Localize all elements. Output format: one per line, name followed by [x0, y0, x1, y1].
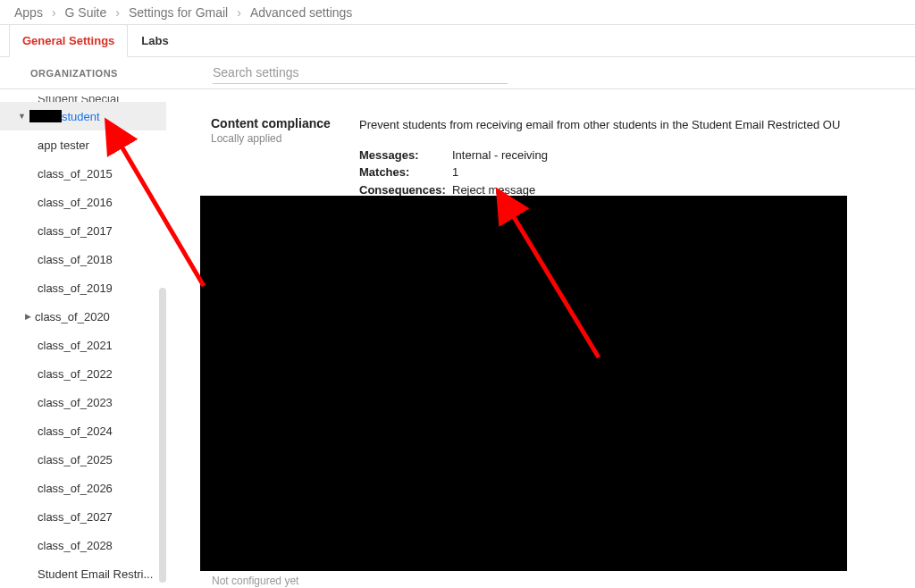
org-label: class_of_2016 [38, 196, 113, 209]
tab-labs[interactable]: Labs [128, 24, 181, 57]
organizations-header: ORGANIZATIONS [0, 68, 211, 79]
org-item[interactable]: class_of_2022 [0, 359, 166, 388]
org-item[interactable]: class_of_2018 [0, 245, 166, 273]
caret-down-icon[interactable] [18, 112, 26, 121]
breadcrumb-item[interactable]: Advanced settings [250, 5, 352, 20]
kv-value: Internal - receiving [452, 147, 548, 164]
chevron-right-icon: › [52, 5, 56, 20]
org-item[interactable]: class_of_2020 [0, 302, 166, 331]
org-item[interactable]: class_of_2017 [0, 216, 166, 245]
org-item[interactable]: class_of_2028 [0, 531, 166, 559]
breadcrumb-item[interactable]: Settings for Gmail [129, 5, 228, 20]
org-item[interactable]: class_of_2015 [0, 159, 166, 188]
org-label: class_of_2019 [38, 281, 113, 295]
chevron-right-icon: › [237, 5, 241, 20]
setting-kv: Matches: 1 [359, 164, 915, 181]
org-label: class_of_2027 [38, 510, 113, 524]
breadcrumb-item[interactable]: G Suite [65, 5, 107, 20]
org-item[interactable]: class_of_2024 [0, 416, 166, 445]
org-label: class_of_2026 [38, 482, 113, 495]
setting-body: Prevent students from receiving email fr… [359, 116, 915, 198]
setting-kv: Messages: Internal - receiving [359, 147, 915, 164]
tab-bar: General Settings Labs [0, 25, 915, 57]
kv-value: 1 [452, 164, 458, 181]
search-input[interactable] [213, 62, 508, 84]
org-item[interactable]: Student Special [0, 89, 166, 102]
caret-right-icon[interactable] [25, 312, 31, 321]
org-label: class_of_2024 [38, 424, 113, 438]
org-label: class_of_2015 [38, 167, 113, 181]
tab-general-settings[interactable]: General Settings [9, 24, 128, 57]
not-configured-text: Not configured yet [212, 575, 298, 587]
breadcrumb: Apps › G Suite › Settings for Gmail › Ad… [0, 0, 915, 25]
org-item[interactable]: class_of_2027 [0, 502, 166, 531]
redacted-area [200, 196, 847, 571]
org-item[interactable]: Student Email Restri... [0, 559, 166, 588]
kv-key: Messages: [359, 147, 452, 164]
org-label: app tester [38, 139, 89, 152]
kv-key: Matches: [359, 164, 452, 181]
org-label: Student Special [38, 97, 119, 102]
search-wrap [211, 62, 915, 84]
subheader: ORGANIZATIONS [0, 57, 915, 89]
setting-description: Prevent students from receiving email fr… [359, 116, 915, 134]
setting-label: Content compliance Locally applied [211, 116, 359, 198]
org-item-selected[interactable]: student [0, 102, 166, 130]
org-item[interactable]: class_of_2021 [0, 331, 166, 359]
org-item[interactable]: class_of_2016 [0, 188, 166, 216]
org-item[interactable]: class_of_2023 [0, 388, 166, 416]
chevron-right-icon: › [115, 5, 120, 20]
org-item[interactable]: class_of_2025 [0, 445, 166, 474]
org-item[interactable]: class_of_2026 [0, 474, 166, 502]
org-label: class_of_2022 [38, 367, 113, 381]
org-label: class_of_2017 [38, 224, 113, 238]
scrollbar[interactable] [159, 288, 166, 583]
org-label: class_of_2023 [38, 396, 113, 409]
setting-subtitle: Locally applied [211, 132, 359, 145]
org-item[interactable]: app tester [0, 130, 166, 159]
setting-row-content-compliance: Content compliance Locally applied Preve… [211, 116, 915, 198]
breadcrumb-item[interactable]: Apps [14, 5, 43, 20]
redacted-block [29, 110, 62, 122]
org-label: class_of_2020 [35, 310, 110, 323]
org-label: student [62, 110, 100, 123]
org-label: Student Email Restri... [38, 567, 153, 581]
org-label: class_of_2028 [38, 539, 113, 552]
setting-title: Content compliance [211, 116, 359, 130]
organizations-sidebar[interactable]: Student Special student app tester class… [0, 89, 166, 588]
org-item[interactable]: class_of_2019 [0, 273, 166, 302]
org-label: class_of_2018 [38, 253, 113, 266]
org-label: class_of_2025 [38, 453, 113, 466]
org-label: class_of_2021 [38, 339, 113, 352]
